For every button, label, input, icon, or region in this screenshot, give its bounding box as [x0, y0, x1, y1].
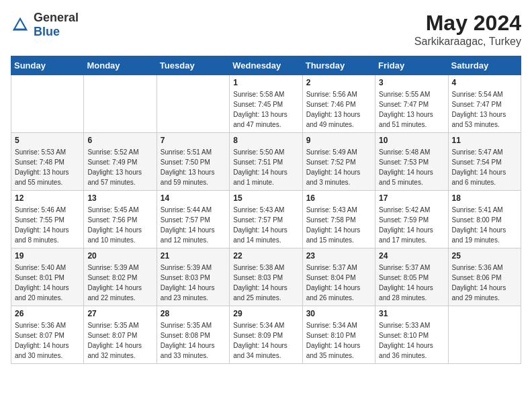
calendar-day-cell — [448, 306, 521, 364]
day-number: 26 — [15, 309, 80, 318]
logo-general-text: General — [34, 11, 79, 24]
day-info: Sunrise: 5:37 AMSunset: 8:04 PMDaylight:… — [306, 263, 371, 303]
day-number: 11 — [452, 136, 517, 145]
calendar-day-cell: 2Sunrise: 5:56 AMSunset: 7:46 PMDaylight… — [302, 75, 375, 133]
day-number: 6 — [87, 136, 152, 145]
calendar-table: SundayMondayTuesdayWednesdayThursdayFrid… — [11, 56, 521, 364]
calendar-day-cell: 13Sunrise: 5:45 AMSunset: 7:56 PMDayligh… — [84, 191, 157, 248]
day-header-friday: Friday — [375, 56, 448, 75]
day-number: 15 — [233, 193, 298, 203]
location-subtitle: Sarkikaraagac, Turkey — [414, 36, 521, 48]
page-header: General Blue May 2024 Sarkikaraagac, Tur… — [11, 11, 521, 48]
day-number: 3 — [379, 78, 444, 87]
day-info: Sunrise: 5:51 AMSunset: 7:50 PMDaylight:… — [161, 147, 226, 187]
day-info: Sunrise: 5:39 AMSunset: 8:02 PMDaylight:… — [87, 263, 152, 303]
day-info: Sunrise: 5:39 AMSunset: 8:03 PMDaylight:… — [161, 263, 226, 303]
day-number: 29 — [233, 309, 298, 318]
day-number: 16 — [306, 193, 371, 203]
day-info: Sunrise: 5:50 AMSunset: 7:51 PMDaylight:… — [233, 147, 298, 187]
calendar-week-row: 19Sunrise: 5:40 AMSunset: 8:01 PMDayligh… — [11, 248, 521, 306]
day-info: Sunrise: 5:37 AMSunset: 8:05 PMDaylight:… — [379, 263, 444, 303]
day-info: Sunrise: 5:34 AMSunset: 8:09 PMDaylight:… — [233, 320, 298, 361]
day-info: Sunrise: 5:41 AMSunset: 8:00 PMDaylight:… — [452, 205, 517, 245]
day-number: 12 — [15, 193, 80, 203]
day-number: 25 — [452, 251, 517, 261]
day-info: Sunrise: 5:43 AMSunset: 7:58 PMDaylight:… — [306, 205, 371, 245]
day-number: 30 — [306, 309, 371, 318]
day-number: 21 — [161, 251, 226, 261]
calendar-day-cell — [11, 75, 84, 133]
calendar-day-cell — [157, 75, 229, 133]
day-info: Sunrise: 5:38 AMSunset: 8:03 PMDaylight:… — [233, 263, 298, 303]
calendar-day-cell: 27Sunrise: 5:35 AMSunset: 8:07 PMDayligh… — [84, 306, 157, 364]
calendar-day-cell: 14Sunrise: 5:44 AMSunset: 7:57 PMDayligh… — [157, 191, 229, 248]
calendar-day-cell — [84, 75, 157, 133]
calendar-day-cell: 30Sunrise: 5:34 AMSunset: 8:10 PMDayligh… — [302, 306, 375, 364]
day-number: 28 — [161, 309, 226, 318]
day-number: 31 — [379, 309, 444, 318]
calendar-week-row: 12Sunrise: 5:46 AMSunset: 7:55 PMDayligh… — [11, 191, 521, 248]
calendar-day-cell: 4Sunrise: 5:54 AMSunset: 7:47 PMDaylight… — [448, 75, 521, 133]
calendar-day-cell: 9Sunrise: 5:49 AMSunset: 7:52 PMDaylight… — [302, 133, 375, 191]
day-info: Sunrise: 5:43 AMSunset: 7:57 PMDaylight:… — [233, 205, 298, 245]
calendar-day-cell: 15Sunrise: 5:43 AMSunset: 7:57 PMDayligh… — [230, 191, 302, 248]
calendar-day-cell: 23Sunrise: 5:37 AMSunset: 8:04 PMDayligh… — [302, 248, 375, 306]
day-number: 10 — [379, 136, 444, 145]
day-info: Sunrise: 5:47 AMSunset: 7:54 PMDaylight:… — [452, 147, 517, 187]
day-number: 18 — [452, 193, 517, 203]
calendar-day-cell: 20Sunrise: 5:39 AMSunset: 8:02 PMDayligh… — [84, 248, 157, 306]
day-info: Sunrise: 5:52 AMSunset: 7:49 PMDaylight:… — [87, 147, 152, 187]
day-info: Sunrise: 5:36 AMSunset: 8:06 PMDaylight:… — [452, 263, 517, 303]
generalblue-logo-icon — [11, 15, 30, 34]
calendar-day-cell: 26Sunrise: 5:36 AMSunset: 8:07 PMDayligh… — [11, 306, 84, 364]
day-number: 14 — [161, 193, 226, 203]
calendar-day-cell: 22Sunrise: 5:38 AMSunset: 8:03 PMDayligh… — [230, 248, 302, 306]
day-number: 24 — [379, 251, 444, 261]
day-number: 2 — [306, 78, 371, 87]
calendar-day-cell: 11Sunrise: 5:47 AMSunset: 7:54 PMDayligh… — [448, 133, 521, 191]
calendar-day-cell: 12Sunrise: 5:46 AMSunset: 7:55 PMDayligh… — [11, 191, 84, 248]
calendar-day-cell: 17Sunrise: 5:42 AMSunset: 7:59 PMDayligh… — [375, 191, 448, 248]
day-number: 20 — [87, 251, 152, 261]
day-number: 8 — [233, 136, 298, 145]
calendar-week-row: 26Sunrise: 5:36 AMSunset: 8:07 PMDayligh… — [11, 306, 521, 364]
title-area: May 2024 Sarkikaraagac, Turkey — [414, 11, 521, 48]
day-info: Sunrise: 5:40 AMSunset: 8:01 PMDaylight:… — [15, 263, 80, 303]
calendar-day-cell: 8Sunrise: 5:50 AMSunset: 7:51 PMDaylight… — [230, 133, 302, 191]
day-info: Sunrise: 5:33 AMSunset: 8:10 PMDaylight:… — [379, 320, 444, 361]
calendar-day-cell: 19Sunrise: 5:40 AMSunset: 8:01 PMDayligh… — [11, 248, 84, 306]
calendar-week-row: 1Sunrise: 5:58 AMSunset: 7:45 PMDaylight… — [11, 75, 521, 133]
calendar-week-row: 5Sunrise: 5:53 AMSunset: 7:48 PMDaylight… — [11, 133, 521, 191]
day-info: Sunrise: 5:54 AMSunset: 7:47 PMDaylight:… — [452, 89, 517, 130]
logo: General Blue — [11, 11, 79, 39]
calendar-day-cell: 10Sunrise: 5:48 AMSunset: 7:53 PMDayligh… — [375, 133, 448, 191]
day-number: 13 — [87, 193, 152, 203]
day-info: Sunrise: 5:48 AMSunset: 7:53 PMDaylight:… — [379, 147, 444, 187]
day-number: 5 — [15, 136, 80, 145]
day-header-sunday: Sunday — [11, 56, 84, 75]
calendar-day-cell: 1Sunrise: 5:58 AMSunset: 7:45 PMDaylight… — [230, 75, 302, 133]
day-number: 17 — [379, 193, 444, 203]
day-info: Sunrise: 5:42 AMSunset: 7:59 PMDaylight:… — [379, 205, 444, 245]
calendar-header-row: SundayMondayTuesdayWednesdayThursdayFrid… — [11, 56, 521, 75]
day-info: Sunrise: 5:44 AMSunset: 7:57 PMDaylight:… — [161, 205, 226, 245]
calendar-day-cell: 7Sunrise: 5:51 AMSunset: 7:50 PMDaylight… — [157, 133, 229, 191]
day-info: Sunrise: 5:58 AMSunset: 7:45 PMDaylight:… — [233, 89, 298, 130]
calendar-day-cell: 29Sunrise: 5:34 AMSunset: 8:09 PMDayligh… — [230, 306, 302, 364]
day-number: 1 — [233, 78, 298, 87]
day-number: 9 — [306, 136, 371, 145]
day-info: Sunrise: 5:35 AMSunset: 8:07 PMDaylight:… — [87, 320, 152, 361]
day-number: 19 — [15, 251, 80, 261]
day-info: Sunrise: 5:55 AMSunset: 7:47 PMDaylight:… — [379, 89, 444, 130]
day-number: 22 — [233, 251, 298, 261]
calendar-day-cell: 16Sunrise: 5:43 AMSunset: 7:58 PMDayligh… — [302, 191, 375, 248]
day-info: Sunrise: 5:53 AMSunset: 7:48 PMDaylight:… — [15, 147, 80, 187]
calendar-day-cell: 5Sunrise: 5:53 AMSunset: 7:48 PMDaylight… — [11, 133, 84, 191]
day-header-wednesday: Wednesday — [230, 56, 302, 75]
calendar-day-cell: 6Sunrise: 5:52 AMSunset: 7:49 PMDaylight… — [84, 133, 157, 191]
day-info: Sunrise: 5:35 AMSunset: 8:08 PMDaylight:… — [161, 320, 226, 361]
day-number: 27 — [87, 309, 152, 318]
day-info: Sunrise: 5:34 AMSunset: 8:10 PMDaylight:… — [306, 320, 371, 361]
day-header-saturday: Saturday — [448, 56, 521, 75]
day-header-monday: Monday — [84, 56, 157, 75]
